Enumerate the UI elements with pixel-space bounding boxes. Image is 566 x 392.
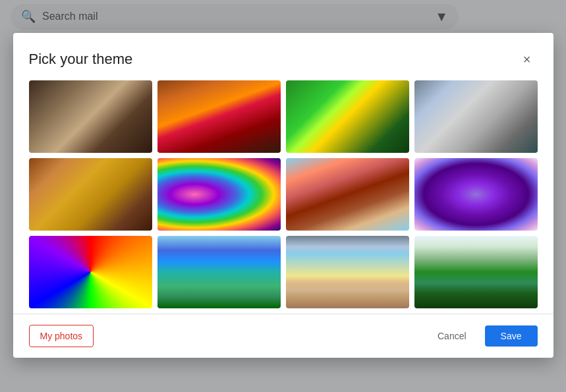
theme-item-pipes[interactable] <box>414 80 538 153</box>
theme-item-caterpillar[interactable] <box>286 80 409 153</box>
theme-grid-container <box>13 80 553 314</box>
theme-item-swirl[interactable] <box>29 236 152 308</box>
theme-item-bokeh[interactable] <box>157 158 281 231</box>
dialog-overlay: Pick your theme × My photos Cancel Save <box>0 0 566 392</box>
theme-picker-dialog: Pick your theme × My photos Cancel Save <box>13 33 553 358</box>
theme-item-forest[interactable] <box>414 236 538 308</box>
theme-item-horseshoe[interactable] <box>286 158 409 231</box>
theme-item-canyon[interactable] <box>157 80 281 153</box>
theme-grid <box>29 80 538 314</box>
save-button[interactable]: Save <box>485 325 538 347</box>
theme-item-chess[interactable] <box>29 80 152 153</box>
theme-item-lake[interactable] <box>157 236 281 308</box>
cancel-button[interactable]: Cancel <box>427 325 477 347</box>
theme-item-jellyfish[interactable] <box>414 158 538 231</box>
dialog-footer: My photos Cancel Save <box>13 314 553 358</box>
my-photos-button[interactable]: My photos <box>29 325 94 347</box>
theme-item-beach[interactable] <box>286 236 409 308</box>
dialog-title: Pick your theme <box>29 51 133 68</box>
dialog-header: Pick your theme × <box>13 33 553 80</box>
footer-actions: Cancel Save <box>427 325 538 347</box>
theme-item-leaves[interactable] <box>29 158 152 231</box>
close-button[interactable]: × <box>517 49 538 70</box>
